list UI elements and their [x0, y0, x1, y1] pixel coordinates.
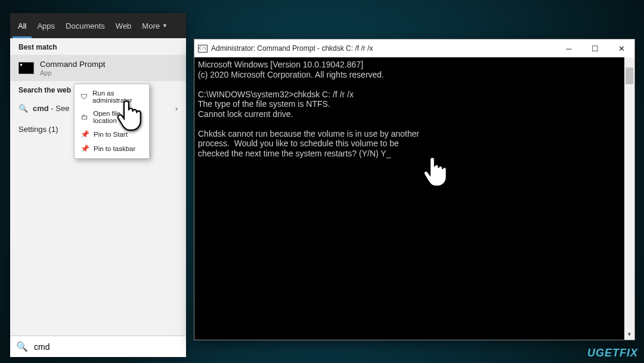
maximize-button[interactable]: ☐ [582, 39, 608, 57]
search-box[interactable]: 🔍 [10, 336, 186, 357]
admin-icon: 🛡 [80, 93, 88, 101]
tab-documents[interactable]: Documents [60, 13, 110, 38]
ctx-pin-to-taskbar[interactable]: 📌 Pin to taskbar [75, 141, 149, 156]
ctx-pin-to-start[interactable]: 📌 Pin to Start [75, 127, 149, 141]
windows-search-panel: All Apps Documents Web More▼ Best match … [10, 13, 186, 357]
chevron-right-icon: › [175, 104, 178, 113]
tab-apps[interactable]: Apps [32, 13, 60, 38]
vertical-scrollbar[interactable]: ▲ ▼ [624, 57, 634, 340]
window-title: Administrator: Command Prompt - chkdsk C… [211, 44, 373, 53]
pin-icon: 📌 [80, 144, 89, 153]
best-match-subtitle: App [40, 69, 106, 76]
terminal-body[interactable]: Microsoft Windows [Version 10.0.19042.86… [194, 57, 634, 340]
minimize-button[interactable]: ─ [556, 39, 582, 57]
search-input[interactable] [34, 342, 180, 352]
command-prompt-icon [18, 62, 34, 74]
cmd-titlebar-icon: C:\ [198, 45, 208, 53]
tab-all[interactable]: All [13, 13, 32, 38]
context-menu: 🛡 Run as administrator 🗀 Open file locat… [74, 84, 150, 159]
search-tabs: All Apps Documents Web More▼ [10, 13, 186, 38]
ctx-run-as-admin[interactable]: 🛡 Run as administrator [75, 87, 149, 107]
pin-icon: 📌 [80, 130, 89, 139]
best-match-name: Command Prompt [40, 60, 106, 69]
search-icon: 🔍 [16, 341, 28, 352]
ctx-open-file-location[interactable]: 🗀 Open file location [75, 107, 149, 127]
titlebar[interactable]: C:\ Administrator: Command Prompt - chkd… [194, 39, 634, 57]
chevron-down-icon: ▼ [162, 23, 168, 29]
best-match-label: Best match [10, 38, 186, 55]
tab-web[interactable]: Web [110, 13, 137, 38]
close-button[interactable]: ✕ [608, 39, 634, 57]
tab-more[interactable]: More▼ [137, 13, 173, 38]
watermark: UGETFIX [587, 347, 638, 359]
scroll-down-icon[interactable]: ▼ [624, 330, 634, 340]
command-prompt-window: C:\ Administrator: Command Prompt - chkd… [194, 39, 635, 340]
folder-icon: 🗀 [80, 113, 88, 121]
best-match-item[interactable]: Command Prompt App [10, 55, 186, 81]
scroll-thumb[interactable] [626, 67, 633, 84]
search-icon: 🔍 [18, 104, 28, 113]
